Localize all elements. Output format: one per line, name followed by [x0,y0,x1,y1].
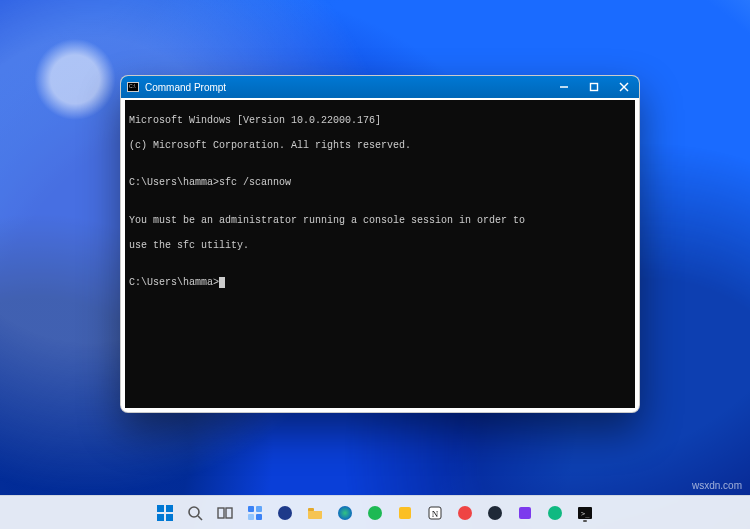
svg-point-26 [548,506,562,520]
console-line: use the sfc utility. [129,240,631,253]
console-line: Microsoft Windows [Version 10.0.22000.17… [129,115,631,128]
cmd-icon [127,82,139,92]
svg-rect-10 [218,508,224,518]
svg-rect-11 [226,508,232,518]
taskbar-app-notion[interactable]: N [423,501,447,525]
taskbar-app-green2[interactable] [543,501,567,525]
svg-rect-5 [166,505,173,512]
svg-rect-1 [591,84,598,91]
close-button[interactable] [609,76,639,98]
maximize-button[interactable] [579,76,609,98]
svg-text:>_: >_ [581,510,590,518]
svg-line-9 [198,516,202,520]
svg-rect-15 [256,514,262,520]
taskbar-app-spotify[interactable] [363,501,387,525]
svg-rect-4 [157,505,164,512]
search-button[interactable] [183,501,207,525]
svg-rect-12 [248,506,254,512]
watermark-text: wsxdn.com [692,480,742,491]
console-line: You must be an administrator running a c… [129,215,631,228]
taskbar-app-dark[interactable] [483,501,507,525]
svg-rect-25 [519,507,531,519]
task-view-button[interactable] [213,501,237,525]
svg-point-16 [278,506,292,520]
svg-rect-7 [166,514,173,521]
taskbar-app-purple[interactable] [513,501,537,525]
minimize-button[interactable] [549,76,579,98]
console-line: C:\Users\hamma>sfc /scannow [129,177,631,190]
command-prompt-taskbar-icon[interactable]: >_ [573,501,597,525]
taskbar-app-red[interactable] [453,501,477,525]
desktop: Command Prompt Microsoft Windows [Versio… [0,0,750,529]
text-cursor [219,277,225,288]
svg-point-19 [368,506,382,520]
file-explorer-icon[interactable] [303,501,327,525]
svg-point-24 [488,506,502,520]
svg-point-23 [458,506,472,520]
svg-rect-17 [308,508,314,511]
svg-rect-6 [157,514,164,521]
widgets-button[interactable] [243,501,267,525]
window-title: Command Prompt [145,82,549,93]
console-line: C:\Users\hamma> [129,277,631,290]
taskbar: N >_ [0,495,750,529]
start-button[interactable] [153,501,177,525]
svg-point-18 [338,506,352,520]
svg-rect-14 [248,514,254,520]
svg-point-8 [189,507,199,517]
console-output[interactable]: Microsoft Windows [Version 10.0.22000.17… [125,100,635,408]
taskbar-app-yellow[interactable] [393,501,417,525]
taskbar-app-1[interactable] [273,501,297,525]
svg-rect-13 [256,506,262,512]
command-prompt-window: Command Prompt Microsoft Windows [Versio… [120,75,640,413]
console-line: (c) Microsoft Corporation. All rights re… [129,140,631,153]
svg-rect-20 [399,507,411,519]
svg-text:N: N [432,509,439,519]
edge-icon[interactable] [333,501,357,525]
titlebar[interactable]: Command Prompt [121,76,639,98]
